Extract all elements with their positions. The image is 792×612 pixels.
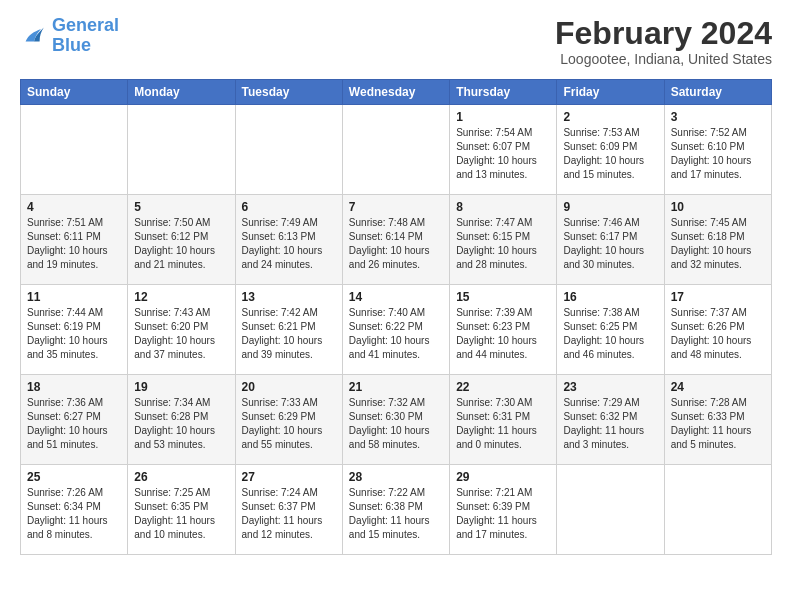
day-number: 9 (563, 200, 657, 214)
day-cell: 13Sunrise: 7:42 AM Sunset: 6:21 PM Dayli… (235, 285, 342, 375)
day-info: Sunrise: 7:53 AM Sunset: 6:09 PM Dayligh… (563, 126, 657, 182)
day-info: Sunrise: 7:50 AM Sunset: 6:12 PM Dayligh… (134, 216, 228, 272)
day-info: Sunrise: 7:37 AM Sunset: 6:26 PM Dayligh… (671, 306, 765, 362)
logo-blue: Blue (52, 35, 91, 55)
day-info: Sunrise: 7:36 AM Sunset: 6:27 PM Dayligh… (27, 396, 121, 452)
header-tuesday: Tuesday (235, 80, 342, 105)
day-info: Sunrise: 7:21 AM Sunset: 6:39 PM Dayligh… (456, 486, 550, 542)
day-info: Sunrise: 7:28 AM Sunset: 6:33 PM Dayligh… (671, 396, 765, 452)
logo-name: General Blue (52, 16, 119, 56)
day-number: 15 (456, 290, 550, 304)
day-cell: 16Sunrise: 7:38 AM Sunset: 6:25 PM Dayli… (557, 285, 664, 375)
day-cell: 26Sunrise: 7:25 AM Sunset: 6:35 PM Dayli… (128, 465, 235, 555)
day-number: 17 (671, 290, 765, 304)
day-info: Sunrise: 7:24 AM Sunset: 6:37 PM Dayligh… (242, 486, 336, 542)
day-number: 7 (349, 200, 443, 214)
day-cell: 12Sunrise: 7:43 AM Sunset: 6:20 PM Dayli… (128, 285, 235, 375)
day-cell (235, 105, 342, 195)
day-cell (342, 105, 449, 195)
day-cell: 20Sunrise: 7:33 AM Sunset: 6:29 PM Dayli… (235, 375, 342, 465)
day-cell: 11Sunrise: 7:44 AM Sunset: 6:19 PM Dayli… (21, 285, 128, 375)
day-cell: 14Sunrise: 7:40 AM Sunset: 6:22 PM Dayli… (342, 285, 449, 375)
day-cell: 3Sunrise: 7:52 AM Sunset: 6:10 PM Daylig… (664, 105, 771, 195)
day-cell: 21Sunrise: 7:32 AM Sunset: 6:30 PM Dayli… (342, 375, 449, 465)
day-cell: 1Sunrise: 7:54 AM Sunset: 6:07 PM Daylig… (450, 105, 557, 195)
calendar-header: Sunday Monday Tuesday Wednesday Thursday… (21, 80, 772, 105)
day-cell: 28Sunrise: 7:22 AM Sunset: 6:38 PM Dayli… (342, 465, 449, 555)
day-info: Sunrise: 7:32 AM Sunset: 6:30 PM Dayligh… (349, 396, 443, 452)
day-info: Sunrise: 7:39 AM Sunset: 6:23 PM Dayligh… (456, 306, 550, 362)
day-info: Sunrise: 7:49 AM Sunset: 6:13 PM Dayligh… (242, 216, 336, 272)
day-info: Sunrise: 7:44 AM Sunset: 6:19 PM Dayligh… (27, 306, 121, 362)
logo-general: General (52, 15, 119, 35)
day-number: 4 (27, 200, 121, 214)
day-number: 6 (242, 200, 336, 214)
header-monday: Monday (128, 80, 235, 105)
logo-text-block: General Blue (52, 16, 119, 56)
day-cell: 8Sunrise: 7:47 AM Sunset: 6:15 PM Daylig… (450, 195, 557, 285)
day-info: Sunrise: 7:33 AM Sunset: 6:29 PM Dayligh… (242, 396, 336, 452)
day-number: 27 (242, 470, 336, 484)
day-cell (21, 105, 128, 195)
header-friday: Friday (557, 80, 664, 105)
week-row-4: 18Sunrise: 7:36 AM Sunset: 6:27 PM Dayli… (21, 375, 772, 465)
day-cell: 9Sunrise: 7:46 AM Sunset: 6:17 PM Daylig… (557, 195, 664, 285)
header-wednesday: Wednesday (342, 80, 449, 105)
day-number: 3 (671, 110, 765, 124)
day-cell (557, 465, 664, 555)
day-number: 28 (349, 470, 443, 484)
day-number: 12 (134, 290, 228, 304)
day-number: 2 (563, 110, 657, 124)
day-number: 18 (27, 380, 121, 394)
day-cell: 7Sunrise: 7:48 AM Sunset: 6:14 PM Daylig… (342, 195, 449, 285)
day-info: Sunrise: 7:26 AM Sunset: 6:34 PM Dayligh… (27, 486, 121, 542)
day-number: 11 (27, 290, 121, 304)
calendar-title: February 2024 (555, 16, 772, 51)
week-row-3: 11Sunrise: 7:44 AM Sunset: 6:19 PM Dayli… (21, 285, 772, 375)
day-info: Sunrise: 7:48 AM Sunset: 6:14 PM Dayligh… (349, 216, 443, 272)
day-cell: 4Sunrise: 7:51 AM Sunset: 6:11 PM Daylig… (21, 195, 128, 285)
day-number: 25 (27, 470, 121, 484)
title-block: February 2024 Loogootee, Indiana, United… (555, 16, 772, 67)
week-row-1: 1Sunrise: 7:54 AM Sunset: 6:07 PM Daylig… (21, 105, 772, 195)
calendar-table: Sunday Monday Tuesday Wednesday Thursday… (20, 79, 772, 555)
header: General Blue February 2024 Loogootee, In… (20, 16, 772, 67)
day-cell: 23Sunrise: 7:29 AM Sunset: 6:32 PM Dayli… (557, 375, 664, 465)
day-info: Sunrise: 7:45 AM Sunset: 6:18 PM Dayligh… (671, 216, 765, 272)
day-number: 29 (456, 470, 550, 484)
day-number: 19 (134, 380, 228, 394)
day-info: Sunrise: 7:25 AM Sunset: 6:35 PM Dayligh… (134, 486, 228, 542)
day-number: 21 (349, 380, 443, 394)
day-info: Sunrise: 7:29 AM Sunset: 6:32 PM Dayligh… (563, 396, 657, 452)
day-cell: 25Sunrise: 7:26 AM Sunset: 6:34 PM Dayli… (21, 465, 128, 555)
day-cell: 24Sunrise: 7:28 AM Sunset: 6:33 PM Dayli… (664, 375, 771, 465)
day-info: Sunrise: 7:34 AM Sunset: 6:28 PM Dayligh… (134, 396, 228, 452)
day-number: 10 (671, 200, 765, 214)
day-cell (128, 105, 235, 195)
day-number: 5 (134, 200, 228, 214)
day-number: 16 (563, 290, 657, 304)
day-cell: 22Sunrise: 7:30 AM Sunset: 6:31 PM Dayli… (450, 375, 557, 465)
calendar-body: 1Sunrise: 7:54 AM Sunset: 6:07 PM Daylig… (21, 105, 772, 555)
day-info: Sunrise: 7:46 AM Sunset: 6:17 PM Dayligh… (563, 216, 657, 272)
logo: General Blue (20, 16, 119, 56)
week-row-2: 4Sunrise: 7:51 AM Sunset: 6:11 PM Daylig… (21, 195, 772, 285)
day-number: 24 (671, 380, 765, 394)
day-number: 22 (456, 380, 550, 394)
day-cell: 15Sunrise: 7:39 AM Sunset: 6:23 PM Dayli… (450, 285, 557, 375)
day-cell: 10Sunrise: 7:45 AM Sunset: 6:18 PM Dayli… (664, 195, 771, 285)
day-cell: 2Sunrise: 7:53 AM Sunset: 6:09 PM Daylig… (557, 105, 664, 195)
day-info: Sunrise: 7:30 AM Sunset: 6:31 PM Dayligh… (456, 396, 550, 452)
day-info: Sunrise: 7:22 AM Sunset: 6:38 PM Dayligh… (349, 486, 443, 542)
header-saturday: Saturday (664, 80, 771, 105)
day-number: 13 (242, 290, 336, 304)
day-cell: 27Sunrise: 7:24 AM Sunset: 6:37 PM Dayli… (235, 465, 342, 555)
day-cell: 17Sunrise: 7:37 AM Sunset: 6:26 PM Dayli… (664, 285, 771, 375)
day-cell: 29Sunrise: 7:21 AM Sunset: 6:39 PM Dayli… (450, 465, 557, 555)
day-number: 1 (456, 110, 550, 124)
day-cell: 5Sunrise: 7:50 AM Sunset: 6:12 PM Daylig… (128, 195, 235, 285)
header-sunday: Sunday (21, 80, 128, 105)
day-cell: 6Sunrise: 7:49 AM Sunset: 6:13 PM Daylig… (235, 195, 342, 285)
logo-icon (20, 22, 48, 50)
day-info: Sunrise: 7:40 AM Sunset: 6:22 PM Dayligh… (349, 306, 443, 362)
